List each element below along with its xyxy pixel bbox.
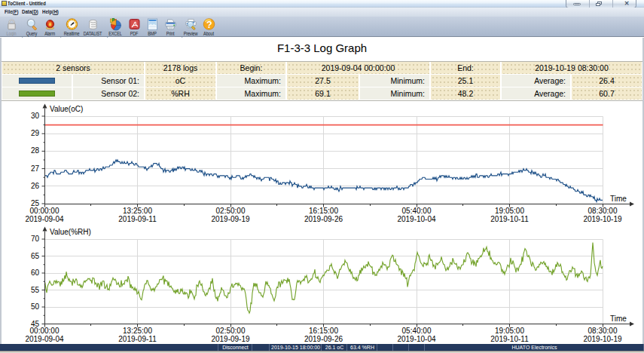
svg-text:28: 28 xyxy=(31,146,40,155)
svg-text:Value(oC): Value(oC) xyxy=(50,105,83,113)
svg-text:30: 30 xyxy=(31,112,40,120)
svg-text:2019-10-11: 2019-10-11 xyxy=(490,215,529,223)
svg-text:19:05:00: 19:05:00 xyxy=(495,327,524,335)
svg-text:70: 70 xyxy=(31,235,40,243)
svg-text:65: 65 xyxy=(31,252,40,260)
svg-text:02:50:00: 02:50:00 xyxy=(216,327,246,335)
svg-text:00:00:00: 00:00:00 xyxy=(30,327,60,335)
svg-text:08:30:00: 08:30:00 xyxy=(588,327,618,335)
svg-text:27: 27 xyxy=(31,164,40,173)
svg-text:05:40:00: 05:40:00 xyxy=(402,327,432,335)
svg-text:19:05:00: 19:05:00 xyxy=(495,207,524,215)
svg-text:Time: Time xyxy=(610,195,627,203)
svg-text:29: 29 xyxy=(31,129,40,137)
svg-text:16:15:00: 16:15:00 xyxy=(309,327,338,335)
svg-text:16:15:00: 16:15:00 xyxy=(309,207,338,215)
svg-text:13:25:00: 13:25:00 xyxy=(123,207,152,215)
svg-text:2019-09-26: 2019-09-26 xyxy=(304,215,343,223)
svg-text:2019-10-19: 2019-10-19 xyxy=(583,215,622,223)
svg-text:26: 26 xyxy=(31,182,40,190)
svg-text:2019-09-11: 2019-09-11 xyxy=(118,335,157,343)
svg-text:2019-09-04: 2019-09-04 xyxy=(25,215,64,223)
svg-text:2019-10-19: 2019-10-19 xyxy=(583,335,622,343)
svg-text:2019-09-11: 2019-09-11 xyxy=(118,215,157,223)
svg-text:2019-10-11: 2019-10-11 xyxy=(490,335,529,343)
svg-text:55: 55 xyxy=(31,286,40,294)
svg-text:05:40:00: 05:40:00 xyxy=(402,207,432,215)
svg-text:02:50:00: 02:50:00 xyxy=(216,207,246,215)
svg-text:2019-09-19: 2019-09-19 xyxy=(211,215,250,223)
svg-text:?: ? xyxy=(206,20,212,30)
svg-text:2019-10-04: 2019-10-04 xyxy=(397,335,436,343)
svg-text:2019-09-04: 2019-09-04 xyxy=(25,335,64,343)
svg-text:2019-09-19: 2019-09-19 xyxy=(211,335,250,343)
svg-text:13:25:00: 13:25:00 xyxy=(123,327,152,335)
svg-text:2019-09-26: 2019-09-26 xyxy=(304,335,343,343)
svg-text:08:30:00: 08:30:00 xyxy=(588,207,618,215)
svg-text:2019-10-04: 2019-10-04 xyxy=(397,215,436,223)
svg-text:60: 60 xyxy=(31,269,40,277)
svg-text:50: 50 xyxy=(31,302,40,311)
svg-text:Time: Time xyxy=(610,315,627,323)
svg-text:00:00:00: 00:00:00 xyxy=(30,207,60,215)
svg-text:Value(%RH): Value(%RH) xyxy=(50,228,91,236)
